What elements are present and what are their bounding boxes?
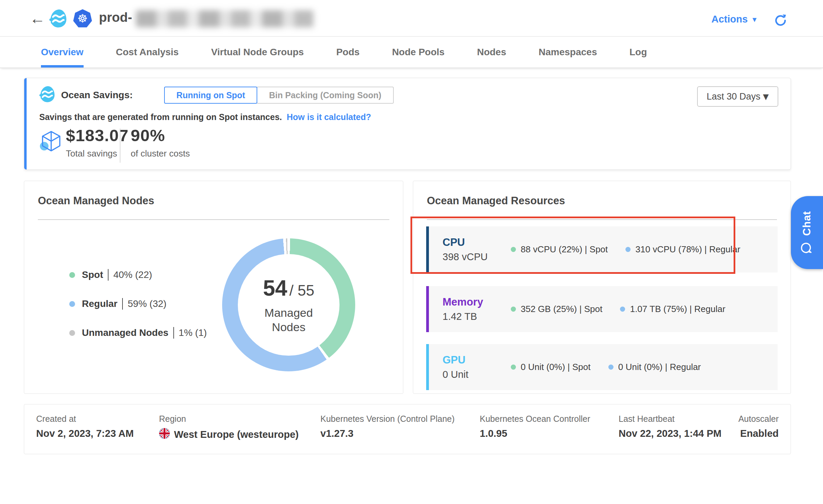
cpu-accent-bar bbox=[426, 226, 429, 272]
tab-overview[interactable]: Overview bbox=[41, 37, 84, 68]
regular-dot-icon bbox=[608, 365, 613, 370]
spot-dot-icon bbox=[511, 307, 516, 312]
back-arrow-icon[interactable]: ← bbox=[29, 10, 46, 27]
gpu-total: 0 Unit bbox=[443, 369, 511, 380]
running-on-spot-button[interactable]: Running on Spot bbox=[164, 87, 257, 104]
managed-nodes-count: 54 bbox=[263, 276, 287, 301]
memory-total: 1.42 TB bbox=[443, 311, 511, 322]
spot-dot-icon bbox=[69, 272, 75, 278]
tab-node-pools[interactable]: Node Pools bbox=[392, 37, 445, 68]
resource-row-cpu: CPU 398 vCPU 88 vCPU (22%) | Spot 310 vC… bbox=[426, 226, 778, 272]
cpu-regular-stat: 310 vCPU (78%) | Regular bbox=[625, 244, 740, 255]
regular-dot-icon bbox=[625, 247, 631, 252]
managed-nodes-donut-chart: 54 / 55 Managed Nodes bbox=[222, 238, 355, 371]
period-value: Last 30 Days bbox=[707, 91, 761, 102]
card-title: Ocean Managed Resources bbox=[427, 195, 565, 207]
gpu-regular-stat: 0 Unit (0%) | Regular bbox=[608, 362, 701, 372]
memory-label: Memory bbox=[443, 296, 511, 308]
divider bbox=[122, 298, 123, 310]
spot-dot-icon bbox=[511, 365, 516, 370]
donut-center: 54 / 55 Managed Nodes bbox=[238, 254, 340, 356]
tab-virtual-node-groups[interactable]: Virtual Node Groups bbox=[211, 37, 304, 68]
legend-item-regular: Regular 59% (32) bbox=[69, 296, 207, 312]
created-at-field: Created at Nov 2, 2023, 7:23 AM bbox=[36, 414, 134, 439]
ocean-logo-icon bbox=[48, 9, 68, 30]
divider bbox=[173, 327, 174, 339]
cpu-total: 398 vCPU bbox=[443, 251, 511, 263]
tab-nodes[interactable]: Nodes bbox=[477, 37, 506, 68]
unmanaged-dot-icon bbox=[69, 330, 75, 336]
gpu-accent-bar bbox=[426, 344, 429, 390]
chat-label: Chat bbox=[801, 211, 813, 236]
chat-bubble-icon bbox=[800, 241, 814, 254]
total-savings-value: $183.07 bbox=[66, 126, 129, 145]
svg-text:☸: ☸ bbox=[77, 12, 88, 25]
gpu-label: GPU bbox=[443, 354, 511, 366]
savings-mode-toggle: Running on Spot Bin Packing (Coming Soon… bbox=[164, 87, 394, 104]
bin-packing-button[interactable]: Bin Packing (Coming Soon) bbox=[257, 87, 393, 104]
legend-item-spot: Spot 40% (22) bbox=[69, 267, 207, 283]
resource-row-memory: Memory 1.42 TB 352 GB (25%) | Spot 1.07 … bbox=[426, 286, 778, 332]
managed-nodes-total: / 55 bbox=[289, 282, 314, 299]
tab-pods[interactable]: Pods bbox=[336, 37, 359, 68]
spot-dot-icon bbox=[511, 247, 516, 252]
tab-bar: Overview Cost Analysis Virtual Node Grou… bbox=[0, 37, 823, 68]
region-field: Region West Europe (westeurope) bbox=[159, 414, 299, 441]
autoscaler-field: Autoscaler Enabled bbox=[738, 414, 779, 439]
card-title: Ocean Managed Nodes bbox=[38, 195, 154, 207]
ocean-savings-label: Ocean Savings: bbox=[61, 90, 133, 101]
savings-percent-label: of cluster costs bbox=[131, 148, 190, 159]
k8s-version-field: Kubernetes Version (Control Plane) v1.27… bbox=[320, 414, 454, 439]
resource-row-gpu: GPU 0 Unit 0 Unit (0%) | Spot 0 Unit (0%… bbox=[426, 344, 778, 390]
header: ← ☸ prod- Actions ▾ bbox=[0, 0, 823, 37]
chat-button[interactable]: Chat bbox=[791, 196, 823, 269]
ocean-savings-panel: Ocean Savings: Running on Spot Bin Packi… bbox=[24, 78, 791, 170]
cpu-label: CPU bbox=[443, 236, 511, 249]
tab-log[interactable]: Log bbox=[630, 37, 647, 68]
chevron-down-icon: ▾ bbox=[752, 15, 756, 24]
actions-button[interactable]: Actions ▾ bbox=[711, 14, 756, 25]
wave-icon bbox=[39, 86, 56, 105]
cluster-name-redacted bbox=[136, 10, 314, 27]
last-heartbeat-field: Last Heartbeat Nov 22, 2023, 1:44 PM bbox=[619, 414, 721, 439]
period-select[interactable]: Last 30 Days ▼ bbox=[697, 86, 778, 107]
regular-dot-icon bbox=[620, 307, 625, 312]
refresh-icon[interactable] bbox=[773, 13, 788, 28]
divider bbox=[120, 129, 120, 163]
ocean-managed-nodes-card: Ocean Managed Nodes Spot 40% (22) Regula… bbox=[24, 181, 403, 394]
total-savings-label: Total savings bbox=[66, 148, 129, 159]
panel-accent-bar bbox=[24, 78, 27, 169]
savings-description: Savings that are generated from running … bbox=[39, 112, 371, 122]
ocean-managed-resources-card: Ocean Managed Resources CPU 398 vCPU 88 … bbox=[413, 181, 791, 394]
savings-cube-icon bbox=[39, 129, 63, 154]
divider bbox=[108, 269, 109, 281]
savings-percent-value: 90% bbox=[131, 126, 190, 145]
memory-spot-stat: 352 GB (25%) | Spot bbox=[511, 304, 602, 314]
divider bbox=[427, 219, 777, 220]
chevron-down-icon: ▼ bbox=[763, 92, 769, 101]
memory-accent-bar bbox=[426, 286, 429, 332]
ocean-controller-field: Kubernetes Ocean Controller 1.0.95 bbox=[480, 414, 590, 439]
tab-namespaces[interactable]: Namespaces bbox=[538, 37, 597, 68]
legend-item-unmanaged: Unmanaged Nodes 1% (1) bbox=[69, 325, 207, 341]
uk-flag-icon bbox=[159, 428, 170, 441]
cluster-info-bar: Created at Nov 2, 2023, 7:23 AM Region bbox=[24, 404, 791, 454]
nodes-legend: Spot 40% (22) Regular 59% (32) Unmanaged… bbox=[69, 267, 207, 341]
divider bbox=[38, 219, 389, 220]
cpu-spot-stat: 88 vCPU (22%) | Spot bbox=[511, 244, 608, 255]
ocean-cluster-overview-page: ← ☸ prod- Actions ▾ bbox=[0, 0, 823, 504]
page-title: prod- bbox=[99, 10, 132, 25]
tab-cost-analysis[interactable]: Cost Analysis bbox=[116, 37, 179, 68]
donut-caption: Managed Nodes bbox=[264, 306, 313, 335]
memory-regular-stat: 1.07 TB (75%) | Regular bbox=[620, 304, 725, 314]
kubernetes-icon: ☸ bbox=[72, 8, 93, 31]
gpu-spot-stat: 0 Unit (0%) | Spot bbox=[511, 362, 591, 372]
how-calculated-link[interactable]: How is it calculated? bbox=[287, 112, 371, 122]
regular-dot-icon bbox=[69, 301, 75, 307]
actions-label: Actions bbox=[711, 14, 748, 25]
